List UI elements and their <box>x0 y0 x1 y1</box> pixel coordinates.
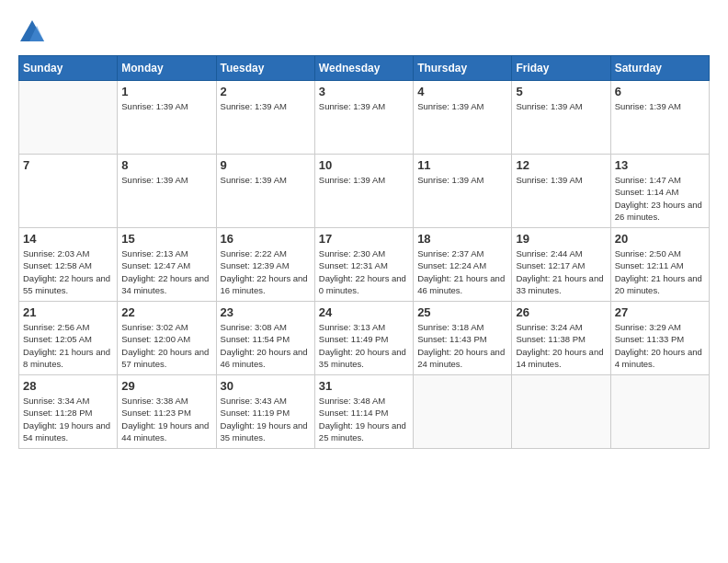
week-row-3: 14Sunrise: 2:03 AM Sunset: 12:58 AM Dayl… <box>19 228 710 302</box>
day-number: 3 <box>319 85 409 98</box>
day-number: 27 <box>615 305 705 319</box>
day-cell: 11Sunrise: 1:39 AM <box>414 155 512 228</box>
day-info: Sunrise: 1:39 AM <box>417 174 507 186</box>
calendar-table: SundayMondayTuesdayWednesdayThursdayFrid… <box>18 55 710 449</box>
header-cell-saturday: Saturday <box>610 56 709 81</box>
day-number: 29 <box>121 379 211 393</box>
day-info: Sunrise: 2:22 AM Sunset: 12:39 AM Daylig… <box>221 247 311 296</box>
day-cell: 23Sunrise: 3:08 AM Sunset: 11:54 PM Dayl… <box>216 302 314 375</box>
day-number: 9 <box>221 158 311 172</box>
day-number: 12 <box>516 158 606 172</box>
page-header <box>18 18 710 46</box>
day-number: 14 <box>23 232 113 246</box>
day-number: 28 <box>23 379 113 393</box>
day-number: 18 <box>417 232 507 246</box>
day-info: Sunrise: 3:13 AM Sunset: 11:49 PM Daylig… <box>319 321 409 370</box>
logo-icon <box>18 18 46 46</box>
day-info: Sunrise: 1:39 AM <box>516 100 606 112</box>
day-info: Sunrise: 3:34 AM Sunset: 11:28 PM Daylig… <box>23 395 113 443</box>
header-cell-sunday: Sunday <box>19 56 118 81</box>
day-cell: 8Sunrise: 1:39 AM <box>118 155 216 228</box>
day-number: 25 <box>417 305 507 319</box>
day-number: 30 <box>221 379 311 393</box>
day-cell: 22Sunrise: 3:02 AM Sunset: 12:00 AM Dayl… <box>118 302 216 375</box>
day-number: 22 <box>121 305 211 319</box>
day-cell: 7 <box>19 155 118 228</box>
day-number: 4 <box>417 85 507 98</box>
day-cell: 19Sunrise: 2:44 AM Sunset: 12:17 AM Dayl… <box>512 228 610 302</box>
day-cell: 28Sunrise: 3:34 AM Sunset: 11:28 PM Dayl… <box>19 375 118 449</box>
day-info: Sunrise: 2:03 AM Sunset: 12:58 AM Daylig… <box>23 247 113 296</box>
header-cell-monday: Monday <box>118 56 216 81</box>
day-number: 15 <box>121 232 211 246</box>
day-info: Sunrise: 3:08 AM Sunset: 11:54 PM Daylig… <box>221 321 311 370</box>
day-cell: 12Sunrise: 1:39 AM <box>512 155 610 228</box>
day-info: Sunrise: 3:38 AM Sunset: 11:23 PM Daylig… <box>121 395 211 443</box>
day-info: Sunrise: 1:39 AM <box>615 100 705 112</box>
day-info: Sunrise: 1:39 AM <box>417 100 507 112</box>
day-info: Sunrise: 3:02 AM Sunset: 12:00 AM Daylig… <box>121 321 211 370</box>
day-cell: 21Sunrise: 2:56 AM Sunset: 12:05 AM Dayl… <box>19 302 118 375</box>
day-info: Sunrise: 1:39 AM <box>221 100 311 112</box>
day-cell: 30Sunrise: 3:43 AM Sunset: 11:19 PM Dayl… <box>216 375 314 449</box>
day-number: 23 <box>221 305 311 319</box>
day-info: Sunrise: 1:47 AM Sunset: 1:14 AM Dayligh… <box>615 174 705 223</box>
day-cell <box>414 375 512 449</box>
day-number: 31 <box>319 379 409 393</box>
header-cell-friday: Friday <box>512 56 610 81</box>
day-cell: 17Sunrise: 2:30 AM Sunset: 12:31 AM Dayl… <box>314 228 413 302</box>
week-row-4: 21Sunrise: 2:56 AM Sunset: 12:05 AM Dayl… <box>19 302 710 375</box>
logo <box>18 18 50 46</box>
day-info: Sunrise: 3:24 AM Sunset: 11:38 PM Daylig… <box>516 321 606 370</box>
day-cell: 20Sunrise: 2:50 AM Sunset: 12:11 AM Dayl… <box>610 228 709 302</box>
day-number: 11 <box>417 158 507 172</box>
day-cell: 6Sunrise: 1:39 AM <box>610 81 709 155</box>
day-info: Sunrise: 2:13 AM Sunset: 12:47 AM Daylig… <box>121 247 211 296</box>
day-info: Sunrise: 2:56 AM Sunset: 12:05 AM Daylig… <box>23 321 113 370</box>
day-info: Sunrise: 1:39 AM <box>121 100 211 112</box>
day-info: Sunrise: 3:48 AM Sunset: 11:14 PM Daylig… <box>319 395 409 443</box>
day-cell: 5Sunrise: 1:39 AM <box>512 81 610 155</box>
day-cell: 18Sunrise: 2:37 AM Sunset: 12:24 AM Dayl… <box>414 228 512 302</box>
day-info: Sunrise: 3:29 AM Sunset: 11:33 PM Daylig… <box>615 321 705 370</box>
week-row-5: 28Sunrise: 3:34 AM Sunset: 11:28 PM Dayl… <box>19 375 710 449</box>
day-cell: 16Sunrise: 2:22 AM Sunset: 12:39 AM Dayl… <box>216 228 314 302</box>
day-cell: 4Sunrise: 1:39 AM <box>414 81 512 155</box>
day-number: 17 <box>319 232 409 246</box>
day-cell: 10Sunrise: 1:39 AM <box>314 155 413 228</box>
day-number: 2 <box>221 85 311 98</box>
day-cell: 14Sunrise: 2:03 AM Sunset: 12:58 AM Dayl… <box>19 228 118 302</box>
day-info: Sunrise: 1:39 AM <box>516 174 606 186</box>
day-cell: 2Sunrise: 1:39 AM <box>216 81 314 155</box>
day-cell: 1Sunrise: 1:39 AM <box>118 81 216 155</box>
day-number: 26 <box>516 305 606 319</box>
calendar-body: 1Sunrise: 1:39 AM2Sunrise: 1:39 AM3Sunri… <box>19 81 710 449</box>
day-number: 13 <box>615 158 705 172</box>
day-number: 7 <box>23 158 113 172</box>
day-info: Sunrise: 2:50 AM Sunset: 12:11 AM Daylig… <box>615 247 705 296</box>
day-number: 19 <box>516 232 606 246</box>
day-info: Sunrise: 1:39 AM <box>221 174 311 186</box>
day-info: Sunrise: 1:39 AM <box>121 174 211 186</box>
day-number: 6 <box>615 85 705 98</box>
week-row-2: 78Sunrise: 1:39 AM9Sunrise: 1:39 AM10Sun… <box>19 155 710 228</box>
day-info: Sunrise: 3:18 AM Sunset: 11:43 PM Daylig… <box>417 321 507 370</box>
day-cell: 3Sunrise: 1:39 AM <box>314 81 413 155</box>
day-cell: 25Sunrise: 3:18 AM Sunset: 11:43 PM Dayl… <box>414 302 512 375</box>
day-cell <box>610 375 709 449</box>
day-info: Sunrise: 1:39 AM <box>319 100 409 112</box>
day-cell: 15Sunrise: 2:13 AM Sunset: 12:47 AM Dayl… <box>118 228 216 302</box>
day-number: 20 <box>615 232 705 246</box>
day-cell <box>19 81 118 155</box>
day-info: Sunrise: 2:44 AM Sunset: 12:17 AM Daylig… <box>516 247 606 296</box>
day-number: 1 <box>121 85 211 98</box>
day-number: 21 <box>23 305 113 319</box>
header-cell-thursday: Thursday <box>414 56 512 81</box>
day-cell: 27Sunrise: 3:29 AM Sunset: 11:33 PM Dayl… <box>610 302 709 375</box>
day-cell: 31Sunrise: 3:48 AM Sunset: 11:14 PM Dayl… <box>314 375 413 449</box>
day-number: 8 <box>121 158 211 172</box>
calendar-header: SundayMondayTuesdayWednesdayThursdayFrid… <box>19 56 710 81</box>
day-cell: 13Sunrise: 1:47 AM Sunset: 1:14 AM Dayli… <box>610 155 709 228</box>
day-number: 5 <box>516 85 606 98</box>
week-row-1: 1Sunrise: 1:39 AM2Sunrise: 1:39 AM3Sunri… <box>19 81 710 155</box>
